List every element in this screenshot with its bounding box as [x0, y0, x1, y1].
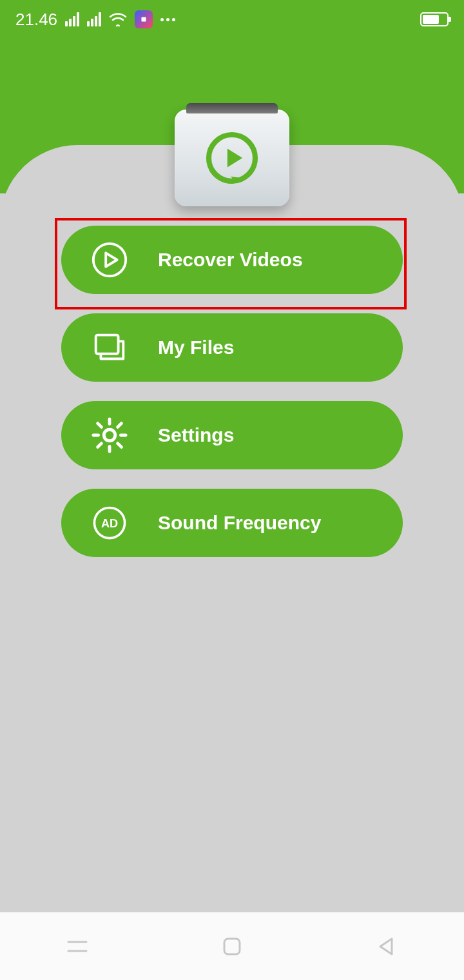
svg-marker-4 [106, 253, 117, 266]
more-dots-icon [160, 18, 175, 21]
recents-icon [66, 937, 89, 956]
status-bar: 21.46 [0, 0, 464, 39]
sound-frequency-label: Sound Frequency [158, 512, 403, 534]
svg-line-13 [98, 444, 102, 447]
play-recover-icon [203, 129, 261, 187]
svg-marker-20 [380, 939, 392, 954]
svg-text:AD: AD [101, 517, 118, 530]
svg-rect-19 [224, 939, 240, 954]
recents-button[interactable] [39, 927, 116, 966]
ad-badge-icon: AD [61, 504, 158, 542]
menu-area: Recover Videos My Files Settings AD Soun… [61, 226, 403, 557]
recover-videos-button[interactable]: Recover Videos [61, 226, 403, 294]
signal-icon-2 [87, 12, 101, 26]
home-button[interactable] [193, 927, 271, 966]
app-logo [175, 110, 289, 206]
svg-line-12 [118, 444, 122, 447]
folder-stack-icon [61, 328, 158, 368]
system-nav-bar [0, 912, 464, 980]
settings-button[interactable]: Settings [61, 401, 403, 469]
gear-icon [61, 415, 158, 455]
svg-line-11 [98, 424, 102, 427]
svg-line-14 [118, 424, 122, 427]
svg-point-3 [93, 244, 126, 276]
my-files-button[interactable]: My Files [61, 313, 403, 382]
back-button[interactable] [348, 927, 425, 966]
home-icon [222, 936, 242, 957]
play-circle-icon [61, 240, 158, 280]
signal-icon [65, 12, 79, 26]
recover-videos-label: Recover Videos [158, 249, 403, 271]
status-time: 21.46 [15, 10, 57, 30]
svg-marker-2 [227, 149, 242, 168]
svg-rect-5 [96, 335, 119, 354]
sound-frequency-button[interactable]: AD Sound Frequency [61, 489, 403, 557]
back-icon [376, 936, 397, 957]
wifi-icon [109, 12, 127, 26]
battery-icon [420, 12, 449, 26]
app-badge-icon [135, 10, 153, 28]
settings-label: Settings [158, 424, 403, 446]
svg-point-6 [104, 429, 115, 440]
my-files-label: My Files [158, 337, 403, 358]
